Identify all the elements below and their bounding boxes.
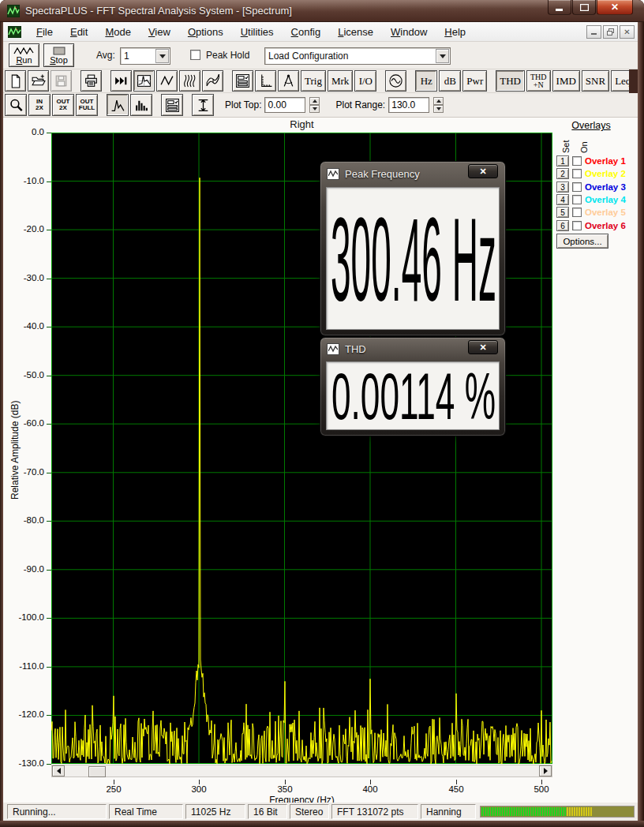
menu-edit[interactable]: Edit bbox=[62, 24, 96, 40]
spinner[interactable] bbox=[433, 97, 444, 113]
menu-utilities[interactable]: Utilities bbox=[232, 24, 283, 40]
avg-select[interactable]: 1 bbox=[120, 47, 170, 65]
open-folder-icon bbox=[31, 73, 46, 88]
peak-frequency-close-button[interactable]: ✕ bbox=[468, 164, 498, 178]
plot-options-button[interactable] bbox=[161, 94, 183, 116]
thd-n-button[interactable]: THD+N bbox=[526, 70, 551, 92]
maximize-button[interactable] bbox=[572, 0, 596, 15]
overlay-6-on-checkbox[interactable] bbox=[572, 221, 582, 230]
title-bar[interactable]: SpectraPLUS - FFT Spectral Analysis Syst… bbox=[0, 0, 644, 22]
display-options-button[interactable] bbox=[232, 70, 253, 92]
imd-button[interactable]: IMD bbox=[552, 70, 580, 92]
peak-line-icon bbox=[110, 98, 125, 113]
process-button[interactable] bbox=[110, 70, 132, 92]
zoom-in-2x-button[interactable]: IN2X bbox=[28, 94, 51, 116]
menu-config[interactable]: Config bbox=[283, 24, 330, 40]
menu-license[interactable]: License bbox=[329, 24, 382, 40]
time-series-view-button[interactable] bbox=[156, 70, 178, 92]
level-meter bbox=[480, 806, 635, 818]
scrollbar-thumb[interactable] bbox=[88, 766, 106, 777]
horizontal-scrollbar[interactable] bbox=[51, 765, 552, 777]
overlay-6-set-button[interactable]: 6 bbox=[556, 220, 569, 231]
calibration-button[interactable] bbox=[278, 70, 299, 92]
overlay-4-on-checkbox[interactable] bbox=[572, 195, 582, 204]
window-frame-right bbox=[638, 22, 644, 827]
run-button[interactable]: Run bbox=[9, 43, 39, 67]
overlay-4-set-button[interactable]: 4 bbox=[556, 194, 569, 205]
zoom-out-2x-button[interactable]: OUT2X bbox=[52, 94, 74, 116]
peak-frequency-window[interactable]: Peak Frequency ✕ 300.46 Hz bbox=[320, 161, 506, 336]
waveform-view-icon bbox=[159, 73, 174, 88]
thd-window[interactable]: THD ✕ 0.00114 % bbox=[320, 337, 506, 436]
menu-options[interactable]: Options bbox=[179, 24, 232, 40]
save-file-button[interactable] bbox=[51, 70, 72, 92]
bar-plot-button[interactable] bbox=[130, 94, 152, 116]
save-floppy-icon bbox=[54, 73, 69, 88]
overlay-3-set-button[interactable]: 3 bbox=[556, 181, 569, 193]
mdi-restore-button[interactable] bbox=[603, 25, 618, 39]
new-file-button[interactable] bbox=[5, 70, 26, 92]
signal-generator-button[interactable] bbox=[385, 70, 406, 92]
zoom-out-full-button[interactable]: OUTFULL bbox=[76, 94, 98, 116]
configuration-dropdown-icon[interactable] bbox=[436, 49, 449, 63]
overlay-1-on-checkbox[interactable] bbox=[572, 156, 582, 166]
menu-help[interactable]: Help bbox=[436, 24, 474, 40]
spinner[interactable] bbox=[309, 97, 320, 113]
thd-titlebar[interactable]: THD ✕ bbox=[320, 338, 505, 360]
mdi-close-button[interactable]: ✕ bbox=[620, 25, 635, 39]
y-tick-label: -40.0 bbox=[3, 321, 44, 331]
print-button[interactable] bbox=[80, 70, 102, 92]
mdi-minimize-button[interactable] bbox=[586, 25, 601, 39]
overlays-title: Overlays bbox=[555, 120, 627, 131]
minimize-button[interactable] bbox=[548, 0, 571, 15]
plot-range-input[interactable] bbox=[388, 97, 429, 113]
status-mode: Real Time bbox=[109, 804, 183, 819]
leq-button[interactable]: Leq bbox=[611, 70, 629, 92]
y-tick-label: -10.0 bbox=[3, 176, 44, 185]
frequency-readout-button[interactable]: Hz bbox=[415, 70, 437, 92]
menu-file[interactable]: File bbox=[28, 24, 62, 40]
overlay-2-on-checkbox[interactable] bbox=[572, 169, 582, 178]
io-device-button[interactable]: I/O bbox=[354, 70, 376, 92]
overlay-5-set-button[interactable]: 5 bbox=[556, 207, 569, 218]
db-readout-button[interactable]: dB bbox=[439, 70, 461, 92]
close-button[interactable]: ✕ bbox=[597, 0, 633, 15]
thd-close-button[interactable]: ✕ bbox=[468, 340, 498, 354]
menu-view[interactable]: View bbox=[140, 24, 179, 40]
plot-range-label: Plot Range: bbox=[335, 99, 385, 110]
peak-frequency-titlebar[interactable]: Peak Frequency ✕ bbox=[320, 162, 505, 185]
plot-top-input[interactable] bbox=[264, 97, 305, 113]
surface-view-button[interactable] bbox=[202, 70, 223, 92]
peak-hold-checkbox[interactable] bbox=[190, 50, 200, 60]
overlay-1-set-button[interactable]: 1 bbox=[556, 155, 569, 167]
thd-button[interactable]: THD bbox=[496, 70, 525, 92]
menu-mode[interactable]: Mode bbox=[96, 24, 140, 40]
power-readout-button[interactable]: Pwr bbox=[462, 70, 487, 92]
snr-button[interactable]: SNR bbox=[582, 70, 609, 92]
amplitude-range-button[interactable] bbox=[192, 94, 214, 116]
peak-plot-button[interactable] bbox=[107, 94, 129, 116]
y-tick-label: -110.0 bbox=[3, 661, 44, 671]
generator-icon bbox=[388, 73, 403, 88]
window-frame-bottom bbox=[0, 821, 644, 827]
scroll-left-button[interactable] bbox=[52, 765, 65, 776]
zoom-button[interactable] bbox=[5, 94, 27, 116]
close-icon: ✕ bbox=[479, 167, 486, 177]
configuration-select[interactable]: Load Configuration bbox=[264, 47, 451, 65]
scroll-right-button[interactable] bbox=[539, 765, 552, 776]
open-file-button[interactable] bbox=[28, 70, 49, 92]
overlay-3-on-checkbox[interactable] bbox=[572, 182, 582, 192]
markers-button[interactable]: Mrk bbox=[328, 70, 353, 92]
spectrogram-view-button[interactable] bbox=[179, 70, 200, 92]
overlay-2-set-button[interactable]: 2 bbox=[556, 168, 569, 179]
menu-window[interactable]: Window bbox=[382, 24, 436, 40]
spectrum-view-button[interactable] bbox=[133, 70, 155, 92]
trigger-button[interactable]: Trig bbox=[301, 70, 326, 92]
avg-dropdown-icon[interactable] bbox=[155, 49, 169, 63]
scaling-button[interactable] bbox=[255, 70, 276, 92]
overlays-options-button[interactable]: Options... bbox=[556, 234, 608, 249]
stop-button[interactable]: Stop bbox=[43, 43, 74, 67]
overlay-5-on-checkbox[interactable] bbox=[572, 208, 582, 217]
y-tick-label: -130.0 bbox=[3, 758, 44, 768]
overlay-6-label: Overlay 6 bbox=[585, 221, 626, 230]
